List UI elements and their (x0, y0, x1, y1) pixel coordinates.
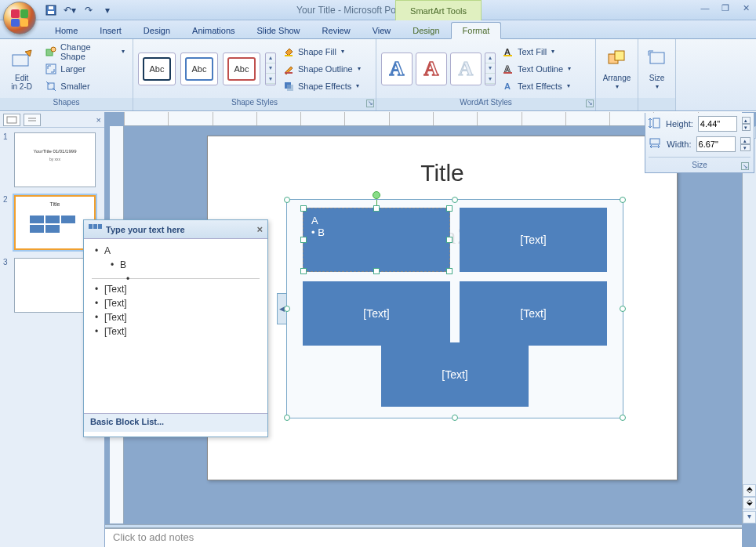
shape-style-1[interactable]: Abc (138, 53, 176, 85)
close-button[interactable]: ✕ (739, 2, 753, 14)
undo-icon[interactable]: ↶▾ (63, 3, 77, 17)
notes-pane[interactable]: Click to add notes (105, 528, 742, 547)
shape-styles-dialog-launcher[interactable]: ↘ (366, 100, 374, 107)
height-spinner[interactable]: ▴▾ (742, 117, 751, 131)
svg-rect-13 (503, 55, 512, 56)
wordart-style-2[interactable]: A (416, 53, 447, 85)
slide-title[interactable]: Title (208, 160, 677, 187)
size-button[interactable]: Size▾ (643, 42, 671, 96)
text-item[interactable]: B (92, 258, 260, 272)
smartart-container[interactable]: ◀ A• B [Text] [Text] [Text] (286, 199, 623, 418)
effects-icon (282, 80, 295, 92)
next-slide-button[interactable]: ⬙ (743, 497, 756, 509)
svg-rect-11 (287, 85, 293, 91)
thumb-number: 2 (3, 195, 11, 250)
tab-view[interactable]: View (362, 23, 402, 38)
panel-close-button[interactable]: × (96, 115, 101, 125)
change-shape-button[interactable]: Change Shape▾ (42, 44, 128, 60)
save-icon[interactable] (44, 3, 58, 17)
slides-tab[interactable] (3, 114, 20, 126)
paint-bucket-icon (282, 45, 295, 58)
shape-effects-button[interactable]: Shape Effects▾ (279, 78, 364, 94)
shape-fill-button[interactable]: Shape Fill▾ (279, 44, 364, 60)
text-effects-icon: A (502, 80, 514, 92)
svg-point-5 (51, 47, 56, 52)
text-item[interactable]: [Text] (92, 282, 260, 296)
slide-thumbnail-1[interactable]: YourTitle 01/01/1999 by xxx (14, 132, 96, 187)
ribbon: Edit in 2-D Change Shape▾ Larger Smaller… (0, 39, 756, 111)
text-item[interactable] (92, 272, 260, 275)
arrange-button[interactable]: Arrange▾ (601, 42, 633, 96)
height-input[interactable] (698, 116, 737, 132)
tab-design[interactable]: Design (133, 23, 181, 38)
edit-in-2d-button[interactable]: Edit in 2-D (5, 42, 38, 96)
tab-smartart-format[interactable]: Format (451, 22, 502, 39)
wordart-style-more[interactable]: ▴▾▾ (485, 53, 496, 85)
prev-slide-button[interactable]: ⬘ (743, 484, 756, 497)
vertical-scrollbar[interactable]: ▴ ⬘ ⬙ ▾ (742, 126, 756, 523)
height-icon (649, 118, 661, 130)
office-button[interactable] (3, 2, 41, 39)
qat-customize-icon[interactable]: ▾ (100, 3, 114, 17)
svg-rect-21 (650, 139, 660, 144)
text-outline-button[interactable]: A Text Outline▾ (499, 61, 574, 77)
width-input[interactable] (696, 136, 736, 152)
shape-outline-button[interactable]: Shape Outline▾ (279, 61, 364, 77)
group-size: Size▾ (638, 39, 676, 110)
size-popup: Height: ▴▾ Width: ▴▾ Size↘ (645, 113, 754, 173)
smartart-block-2[interactable]: [Text] (460, 208, 607, 272)
shape-style-more[interactable]: ▴▾▾ (265, 53, 276, 85)
larger-icon (45, 63, 57, 75)
smartart-block-1[interactable]: A• B (303, 208, 450, 272)
text-item[interactable]: A (92, 244, 260, 258)
wordart-dialog-launcher[interactable]: ↘ (586, 100, 594, 107)
shape-style-3[interactable]: Abc (223, 53, 260, 85)
smartart-block-4[interactable]: [Text] (460, 281, 607, 346)
larger-button[interactable]: Larger (42, 61, 128, 77)
tab-insert[interactable]: Insert (89, 23, 133, 38)
restore-button[interactable]: ❐ (718, 2, 732, 14)
contextual-tab-label: SmartArt Tools (395, 0, 482, 20)
smaller-button[interactable]: Smaller (42, 78, 128, 94)
rotate-handle[interactable] (373, 191, 380, 199)
tab-slideshow[interactable]: Slide Show (246, 23, 311, 38)
slide-canvas[interactable]: www.java2s.com Title ◀ A• B [Text] (207, 136, 678, 480)
text-pane-close-button[interactable]: × (256, 223, 263, 235)
smartart-text-pane: Type your text here × A B [Text] [Text] … (83, 219, 268, 437)
size-popup-label: Size↘ (649, 157, 751, 169)
tab-review[interactable]: Review (311, 23, 362, 38)
edit-2d-icon (9, 47, 35, 72)
tab-smartart-design[interactable]: Design (402, 23, 450, 38)
group-shapes: Edit in 2-D Change Shape▾ Larger Smaller… (0, 39, 133, 110)
title-bar: ↶▾ ↷ ▾ Your Title - Microsoft PowerPoint… (0, 0, 756, 20)
smartart-block-3[interactable]: [Text] (303, 281, 450, 346)
svg-rect-1 (48, 11, 54, 14)
size-dialog-launcher[interactable]: ↘ (741, 162, 749, 170)
text-pane-body[interactable]: A B [Text] [Text] [Text] [Text] (84, 239, 267, 413)
redo-icon[interactable]: ↷ (82, 3, 96, 17)
thumb-number: 3 (3, 258, 11, 313)
text-pane-footer[interactable]: Basic Block List... (84, 413, 267, 432)
wordart-style-3[interactable]: A (450, 53, 482, 85)
tab-home[interactable]: Home (44, 23, 89, 38)
text-fill-button[interactable]: A Text Fill▾ (499, 44, 574, 60)
text-item[interactable]: [Text] (92, 296, 260, 310)
group-label-wordart: WordArt Styles↘ (376, 98, 595, 110)
text-item[interactable]: [Text] (92, 310, 260, 324)
width-icon (649, 138, 662, 150)
thumb-number: 1 (3, 132, 11, 187)
pencil-icon (282, 63, 295, 75)
smartart-block-5[interactable]: [Text] (381, 342, 529, 407)
group-arrange: Arrange▾ (596, 39, 638, 110)
minimize-button[interactable]: — (698, 2, 712, 14)
width-spinner[interactable]: ▴▾ (740, 137, 751, 151)
tab-animations[interactable]: Animations (181, 23, 245, 38)
text-effects-button[interactable]: A Text Effects▾ (499, 78, 574, 94)
wordart-style-1[interactable]: A (381, 53, 413, 85)
svg-rect-8 (285, 55, 293, 56)
text-item[interactable]: [Text] (92, 324, 260, 339)
width-label: Width: (667, 139, 691, 149)
outline-tab[interactable] (24, 114, 41, 126)
shape-style-2[interactable]: Abc (180, 53, 218, 85)
svg-rect-19 (650, 53, 664, 63)
